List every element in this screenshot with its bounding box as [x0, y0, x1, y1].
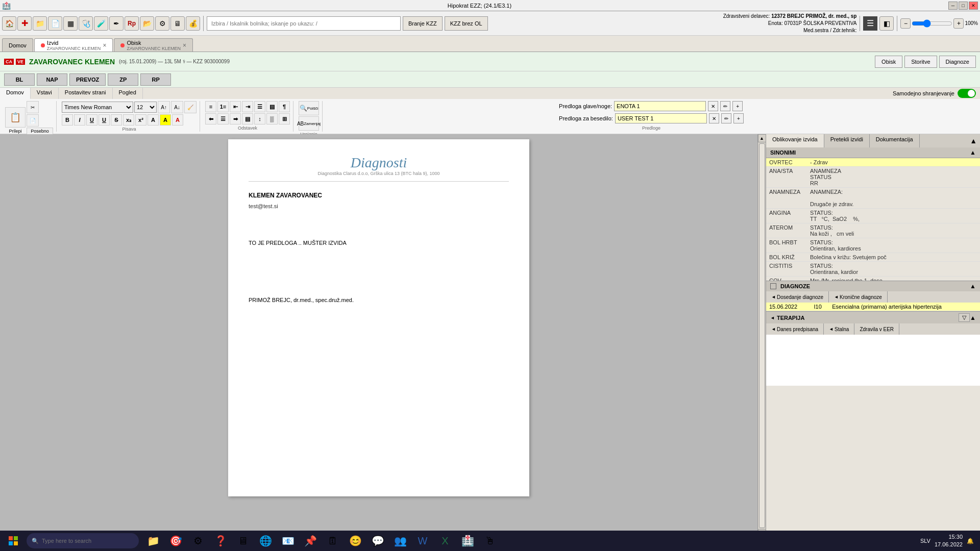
font-color-btn[interactable]: A: [148, 114, 159, 126]
hamburger-menu-button[interactable]: ☰: [863, 16, 877, 31]
sinonimi-collapse[interactable]: ▲: [970, 149, 976, 156]
taskbar-app-8[interactable]: 💬: [368, 531, 388, 551]
notifications-icon[interactable]: 🔔: [967, 538, 974, 544]
start-button[interactable]: [2, 531, 24, 551]
taskbar-search-input[interactable]: [42, 538, 124, 544]
align-center-btn[interactable]: ☰: [217, 113, 229, 124]
strikethrough-button[interactable]: S: [111, 114, 122, 126]
taskbar-app-7[interactable]: 😊: [345, 531, 365, 551]
underline2-button[interactable]: U: [99, 114, 110, 126]
font-name-select[interactable]: Times New Roman Arial Calibri: [62, 102, 133, 113]
settings-btn[interactable]: ⚙: [155, 16, 169, 31]
predloga-besedilo-input[interactable]: [615, 113, 707, 123]
kzz-ol-button[interactable]: KZZ brez OL: [445, 16, 488, 31]
predloga-besedilo-edit[interactable]: ✏: [721, 113, 731, 123]
taskbar-app-2[interactable]: ⚙: [188, 531, 208, 551]
taskbar-app-excel[interactable]: X: [435, 531, 455, 551]
list-number-btn[interactable]: 1≡: [217, 101, 229, 112]
sinonimi-row-anamneza[interactable]: ANAMNEZA ANAMNEZA:Drugače je zdrav.: [766, 188, 980, 209]
taskbar-app-6[interactable]: 🗓: [323, 531, 343, 551]
align-left-btn[interactable]: ⬅: [205, 113, 216, 124]
pilcrow-btn[interactable]: ¶: [279, 101, 290, 112]
cut-button[interactable]: ✂: [27, 101, 39, 113]
paste-button[interactable]: 📋: [5, 107, 26, 128]
taskbar-app-teams[interactable]: 👥: [390, 531, 410, 551]
tab-obisk-close[interactable]: ×: [183, 42, 186, 49]
subtab-zdravila[interactable]: Zdravila v EER: [854, 323, 899, 335]
screen-btn[interactable]: 🖥: [170, 16, 185, 31]
tab-izvid-close[interactable]: ×: [103, 42, 106, 49]
terapija-collapse[interactable]: ▲: [970, 314, 976, 321]
tab-izvid[interactable]: Izvid ZAVAROVANEC KLEMEN ×: [34, 38, 113, 52]
stethoscope-btn[interactable]: 🩺: [79, 16, 93, 31]
find-button[interactable]: 🔍Poišči: [299, 101, 319, 115]
sidebar-toggle-button[interactable]: ◧: [879, 16, 894, 31]
indent-more-btn[interactable]: ⇥: [242, 101, 253, 112]
folder2-btn[interactable]: 📂: [140, 16, 154, 31]
sinonimi-row-cistitis[interactable]: CISTITIS STATUS:Orientirana, kardior: [766, 262, 980, 277]
ribbon-tab-vstavi[interactable]: Vstavi: [31, 88, 59, 99]
ribbon-tab-pogled[interactable]: Pogled: [113, 88, 143, 99]
indent-less-btn[interactable]: ⇤: [230, 101, 241, 112]
align-justify-btn[interactable]: ▤: [242, 113, 253, 124]
italic-button[interactable]: I: [74, 114, 85, 126]
sinonimi-row-bolkriz[interactable]: BOL KRIŽ Bolečina v križu: Svetujem poč: [766, 253, 980, 262]
underline-button[interactable]: U: [86, 114, 97, 126]
pen-btn[interactable]: ✒: [109, 16, 124, 31]
terapija-filter[interactable]: ▽: [959, 313, 970, 322]
zoom-in-button[interactable]: +: [953, 18, 964, 29]
scroll-up-button[interactable]: ▲: [758, 134, 766, 142]
list4-btn[interactable]: ▤: [266, 101, 278, 112]
tab-domov[interactable]: Domov: [2, 38, 33, 52]
bl-button[interactable]: BL: [4, 73, 35, 86]
rx-btn[interactable]: Rp: [125, 16, 139, 31]
document-btn[interactable]: 📄: [48, 16, 62, 31]
taskbar-app-1[interactable]: 🎯: [165, 531, 186, 551]
ribbon-tab-postavitev[interactable]: Postavitev strani: [59, 88, 113, 99]
nap-button[interactable]: NAP: [37, 73, 67, 86]
highlight-btn[interactable]: A: [160, 114, 171, 126]
storitve-button[interactable]: Storitve: [904, 56, 937, 68]
taskbar-app-word[interactable]: W: [412, 531, 433, 551]
taskbar-app-outlook[interactable]: 📧: [278, 531, 298, 551]
sinonimi-row-aterom[interactable]: ATEROM STATUS:Na koži , cm veli: [766, 223, 980, 238]
zoom-slider[interactable]: [912, 19, 952, 28]
font-size-select[interactable]: 12 10 14 16: [134, 102, 157, 113]
scroll-thumb[interactable]: [759, 143, 765, 528]
subscript-button[interactable]: x₂: [123, 114, 134, 126]
coin-btn[interactable]: 💰: [186, 16, 200, 31]
predloga-glava-clear[interactable]: ✕: [708, 101, 718, 111]
taskbar-app-9[interactable]: 🏥: [457, 531, 478, 551]
border-btn[interactable]: ⊞: [279, 113, 290, 124]
replace-button[interactable]: ABZamenjaj: [299, 116, 319, 131]
diagnoze-checkbox[interactable]: [770, 283, 776, 289]
taskbar-search[interactable]: 🔍: [27, 533, 139, 548]
sinonimi-row-angina[interactable]: ANGINA STATUS:TT °C, SaO2 %,: [766, 209, 980, 223]
document-scrollbar[interactable]: ▲ ▼: [757, 134, 766, 537]
tab-obisk[interactable]: Obisk ZAVAROVANEC KLEMEN ×: [114, 38, 193, 52]
right-panel-collapse[interactable]: ▲: [967, 134, 980, 147]
rp-button[interactable]: RP: [140, 73, 171, 86]
zp-button[interactable]: ZP: [108, 73, 138, 86]
grow-font-button[interactable]: A↑: [158, 101, 170, 113]
align-right-btn[interactable]: ➡: [230, 113, 241, 124]
auto-save-toggle[interactable]: [958, 89, 976, 98]
taskbar-app-explorer[interactable]: 📁: [143, 531, 163, 551]
prevoz-button[interactable]: PREVOZ: [69, 73, 106, 86]
restore-button[interactable]: □: [959, 2, 968, 10]
diagnoze-header-button[interactable]: Diagnoze: [939, 56, 976, 68]
bold-button[interactable]: B: [62, 114, 73, 126]
font-color2-btn[interactable]: A: [172, 114, 183, 126]
taskbar-app-4[interactable]: 🖥: [233, 531, 253, 551]
predloga-glava-add[interactable]: +: [732, 101, 743, 111]
subtab-danes[interactable]: ◄ Danes predpisana: [766, 323, 824, 335]
sinonimi-row-ovrtec[interactable]: OVRTEC - Zdrav: [766, 158, 980, 167]
taskbar-app-10[interactable]: 🖱: [480, 531, 500, 551]
right-tab-dokumentacija[interactable]: Dokumentacija: [870, 134, 920, 147]
right-tab-oblikovanje[interactable]: Oblikovanje izvida: [766, 134, 824, 147]
document-area[interactable]: Diagnosti Diagnostika Clarus d.o.o, Gršk…: [0, 134, 757, 537]
obisk-button[interactable]: Obisk: [875, 56, 902, 68]
superscript-button[interactable]: x²: [135, 114, 146, 126]
predloga-glava-input[interactable]: [614, 101, 706, 111]
subtab-stalna[interactable]: ◄ Stalna: [824, 323, 854, 335]
